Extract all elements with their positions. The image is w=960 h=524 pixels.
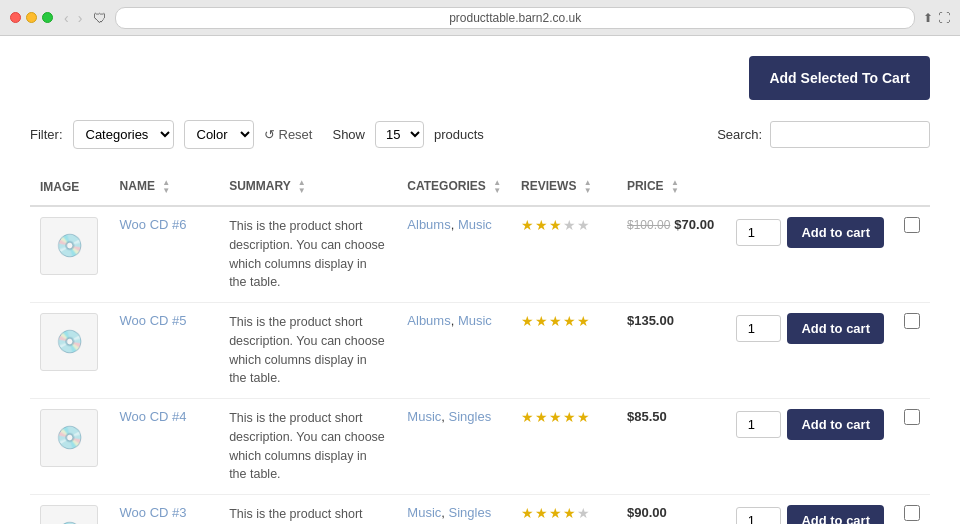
forward-button[interactable]: › (75, 10, 86, 26)
category-link[interactable]: Singles (449, 505, 492, 520)
row-select-checkbox[interactable] (904, 217, 920, 233)
regular-price: $135.00 (627, 313, 674, 328)
star-icon: ★ (549, 505, 562, 521)
product-reviews-cell: ★★★★★ (511, 495, 617, 525)
category-link[interactable]: Music (458, 313, 492, 328)
search-area: Search: (717, 121, 930, 148)
product-name-link[interactable]: Woo CD #5 (120, 313, 187, 328)
table-row: 💿Woo CD #4This is the product short desc… (30, 399, 930, 495)
product-summary: This is the product short description. Y… (229, 409, 387, 484)
quantity-input[interactable] (736, 219, 781, 246)
product-stars: ★★★★★ (521, 217, 607, 233)
star-icon: ★ (535, 505, 548, 521)
row-select-checkbox[interactable] (904, 505, 920, 521)
product-name-link[interactable]: Woo CD #4 (120, 409, 187, 424)
product-image-cell: 💿 (30, 206, 110, 303)
add-to-cart-button[interactable]: Add to cart (787, 217, 884, 248)
original-price: $100.00 (627, 218, 670, 232)
star-icon: ★ (549, 217, 562, 233)
category-link[interactable]: Music (407, 409, 441, 424)
product-summary-cell: This is the product short description. Y… (219, 399, 397, 495)
nav-buttons: ‹ › (61, 10, 85, 26)
back-button[interactable]: ‹ (61, 10, 72, 26)
product-summary-cell: This is the product short description. Y… (219, 495, 397, 525)
minimize-button[interactable] (26, 12, 37, 23)
search-input[interactable] (770, 121, 930, 148)
add-to-cart-button[interactable]: Add to cart (787, 313, 884, 344)
tab-icon: 🛡 (93, 10, 107, 26)
product-action-cell: Add to cart (726, 399, 894, 495)
star-icon: ★ (563, 313, 576, 329)
quantity-input[interactable] (736, 507, 781, 524)
show-label: Show (332, 127, 365, 142)
product-image-cell: 💿 (30, 303, 110, 399)
category-link[interactable]: Music (407, 505, 441, 520)
product-image: 💿 (40, 313, 98, 371)
fullscreen-button[interactable]: ⛶ (938, 11, 950, 25)
col-header-select (894, 169, 930, 206)
product-image: 💿 (40, 217, 98, 275)
product-summary-cell: This is the product short description. Y… (219, 303, 397, 399)
star-icon: ★ (521, 409, 534, 425)
star-icon: ★ (521, 505, 534, 521)
product-name-link[interactable]: Woo CD #6 (120, 217, 187, 232)
add-selected-to-cart-button[interactable]: Add Selected To Cart (749, 56, 930, 100)
star-icon: ★ (563, 217, 576, 233)
product-categories-cell: Albums, Music (397, 303, 511, 399)
product-select-cell (894, 495, 930, 525)
product-reviews-cell: ★★★★★ (511, 303, 617, 399)
product-price-cell: $85.50 (617, 399, 726, 495)
product-categories-cell: Albums, Music (397, 206, 511, 303)
col-header-summary[interactable]: SUMMARY ▲ ▼ (219, 169, 397, 206)
row-select-checkbox[interactable] (904, 409, 920, 425)
col-header-name[interactable]: NAME ▲ ▼ (110, 169, 220, 206)
window-buttons: ⬆ ⛶ (923, 11, 950, 25)
category-link[interactable]: Albums (407, 313, 450, 328)
product-action-cell: Add to cart (726, 495, 894, 525)
quantity-input[interactable] (736, 315, 781, 342)
star-icon: ★ (535, 313, 548, 329)
star-icon: ★ (549, 409, 562, 425)
product-image-cell: 💿 (30, 399, 110, 495)
col-header-price[interactable]: PRICE ▲ ▼ (617, 169, 726, 206)
share-button[interactable]: ⬆ (923, 11, 933, 25)
row-select-checkbox[interactable] (904, 313, 920, 329)
categories-filter[interactable]: Categories (73, 120, 174, 149)
star-icon: ★ (535, 409, 548, 425)
table-header-row: IMAGE NAME ▲ ▼ SUMMARY ▲ ▼ (30, 169, 930, 206)
col-header-categories[interactable]: CATEGORIES ▲ ▼ (397, 169, 511, 206)
star-icon: ★ (577, 217, 590, 233)
product-price-cell: $90.00 (617, 495, 726, 525)
product-action-cell: Add to cart (726, 303, 894, 399)
product-name-link[interactable]: Woo CD #3 (120, 505, 187, 520)
product-image-cell: 💿 (30, 495, 110, 525)
star-icon: ★ (577, 505, 590, 521)
product-summary: This is the product short description. Y… (229, 505, 387, 524)
color-filter[interactable]: Color (184, 120, 254, 149)
product-select-cell (894, 303, 930, 399)
add-to-cart-button[interactable]: Add to cart (787, 409, 884, 440)
product-select-cell (894, 206, 930, 303)
category-link[interactable]: Music (458, 217, 492, 232)
regular-price: $90.00 (627, 505, 667, 520)
category-link[interactable]: Albums (407, 217, 450, 232)
url-bar[interactable]: producttable.barn2.co.uk (115, 7, 915, 29)
star-icon: ★ (521, 313, 534, 329)
product-price-cell: $100.00$70.00 (617, 206, 726, 303)
reset-button[interactable]: ↺ Reset (264, 127, 313, 142)
product-reviews-cell: ★★★★★ (511, 399, 617, 495)
quantity-input[interactable] (736, 411, 781, 438)
filter-label: Filter: (30, 127, 63, 142)
category-link[interactable]: Singles (449, 409, 492, 424)
add-to-cart-button[interactable]: Add to cart (787, 505, 884, 524)
star-icon: ★ (577, 409, 590, 425)
close-button[interactable] (10, 12, 21, 23)
product-name-cell: Woo CD #6 (110, 206, 220, 303)
per-page-select[interactable]: 15 25 50 (375, 121, 424, 148)
maximize-button[interactable] (42, 12, 53, 23)
url-text: producttable.barn2.co.uk (449, 11, 581, 25)
product-stars: ★★★★★ (521, 313, 607, 329)
star-icon: ★ (521, 217, 534, 233)
product-name-cell: Woo CD #4 (110, 399, 220, 495)
col-header-reviews[interactable]: REVIEWS ▲ ▼ (511, 169, 617, 206)
